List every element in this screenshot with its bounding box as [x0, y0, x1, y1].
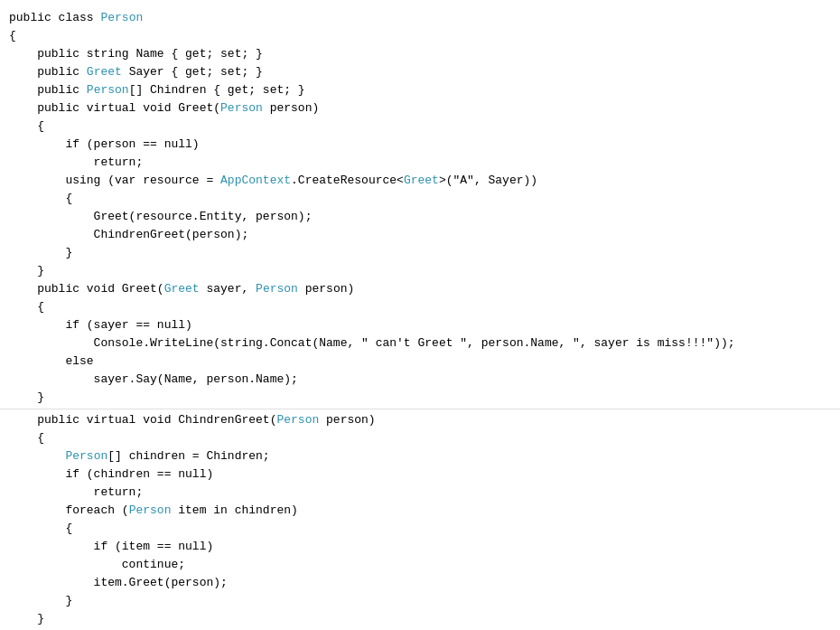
code-line: public string Name { get; set; } — [0, 45, 840, 63]
code-line: public virtual void ChindrenGreet(Person… — [0, 411, 840, 429]
code-line: { — [0, 429, 840, 447]
code-line: Console.WriteLine(string.Concat(Name, " … — [0, 334, 840, 353]
code-line: Person[] chindren = Chindren; — [0, 447, 840, 465]
code-token: sayer, — [200, 282, 256, 296]
code-line: if (sayer == null) — [0, 316, 840, 334]
code-line: continue; — [0, 556, 840, 574]
code-line: foreach (Person item in chindren) — [0, 502, 840, 520]
code-token: person) — [263, 101, 319, 115]
code-line: ChindrenGreet(person); — [0, 226, 840, 244]
code-token: { — [9, 119, 44, 133]
code-token: public class — [9, 11, 100, 24]
code-line: { — [0, 298, 840, 316]
code-token: [] chindren = Chindren; — [107, 449, 269, 463]
code-token: using (var resource = — [9, 174, 220, 187]
code-line: } — [0, 610, 840, 628]
type-token: Person — [129, 503, 172, 517]
type-token: AppContext — [220, 174, 291, 187]
code-token: } — [9, 594, 72, 607]
code-token: public string Name { get; set; } — [9, 47, 263, 61]
code-token: item in chindren) — [171, 503, 297, 517]
code-token: if (item == null) — [9, 540, 213, 553]
code-line: Greet(resource.Entity, person); — [0, 208, 840, 226]
code-line: public class Person — [0, 9, 840, 27]
code-token: { — [9, 300, 44, 314]
code-line: { — [0, 520, 840, 538]
code-token: item.Greet(person); — [9, 576, 228, 589]
type-token: Person — [87, 83, 129, 97]
code-line: public Greet Sayer { get; set; } — [0, 63, 840, 81]
code-token: Sayer { get; set; } — [122, 65, 263, 79]
code-token: ChindrenGreet(person); — [9, 228, 248, 241]
type-token: Person — [65, 449, 107, 463]
type-token: Person — [100, 11, 143, 24]
code-line: if (chindren == null) — [0, 465, 840, 484]
code-line: return; — [0, 484, 840, 502]
code-line: public Person[] Chindren { get; set; } — [0, 81, 840, 99]
code-token: return; — [9, 485, 143, 499]
code-token: } — [9, 390, 44, 404]
code-token: { — [9, 431, 44, 445]
code-line: } — [0, 592, 840, 610]
code-line: using (var resource = AppContext.CreateR… — [0, 172, 840, 190]
type-token: Greet — [87, 65, 122, 79]
code-line: { — [0, 27, 840, 45]
code-token: person) — [298, 282, 354, 296]
code-lines: public class Person{ public string Name … — [0, 9, 840, 630]
code-line: item.Greet(person); — [0, 574, 840, 592]
code-token: public virtual void ChindrenGreet( — [9, 413, 276, 427]
code-line: } — [0, 262, 840, 280]
code-token: public void Greet( — [9, 282, 164, 296]
code-token: .CreateResource< — [291, 174, 404, 187]
code-token: foreach ( — [9, 503, 129, 517]
code-line: public void Greet(Greet sayer, Person pe… — [0, 280, 840, 298]
code-line: else — [0, 353, 840, 371]
type-token: Greet — [404, 174, 439, 187]
code-token: sayer.Say(Name, person.Name); — [9, 372, 298, 386]
code-token: { — [9, 522, 72, 535]
code-line: if (item == null) — [0, 538, 840, 556]
type-token: Person — [220, 101, 263, 115]
code-token: } — [9, 264, 44, 277]
type-token: Greet — [164, 282, 200, 296]
code-line: } — [0, 244, 840, 262]
code-token: >("A", Sayer)) — [439, 174, 537, 187]
code-line: return; — [0, 154, 840, 172]
code-token: continue; — [9, 558, 185, 571]
code-token: if (sayer == null) — [9, 318, 192, 332]
code-line: { — [0, 118, 840, 136]
code-token: Console.WriteLine(string.Concat(Name, " … — [9, 336, 735, 350]
code-token: { — [9, 192, 72, 205]
code-token: public — [9, 65, 87, 79]
code-editor: public class Person{ public string Name … — [0, 0, 840, 630]
code-token: if (chindren == null) — [9, 467, 213, 481]
code-token: Greet(resource.Entity, person); — [9, 210, 312, 223]
code-token: } — [9, 246, 72, 259]
code-line: } — [0, 389, 840, 407]
code-token: { — [9, 29, 16, 42]
code-token — [9, 449, 65, 463]
code-token: public — [9, 83, 87, 97]
code-token: else — [9, 354, 94, 368]
code-line: { — [0, 190, 840, 208]
code-line: sayer.Say(Name, person.Name); — [0, 371, 840, 389]
code-line: public virtual void Greet(Person person) — [0, 99, 840, 118]
code-token: [] Chindren { get; set; } — [129, 83, 305, 97]
code-token: person) — [319, 413, 375, 427]
code-token: if (person == null) — [9, 137, 200, 151]
type-token: Person — [276, 413, 319, 427]
code-token: return; — [9, 155, 143, 169]
code-line: if (person == null) — [0, 136, 840, 154]
code-token: public virtual void Greet( — [9, 101, 220, 115]
type-token: Person — [256, 282, 298, 296]
code-token: } — [9, 612, 44, 625]
line-separator — [0, 409, 840, 409]
